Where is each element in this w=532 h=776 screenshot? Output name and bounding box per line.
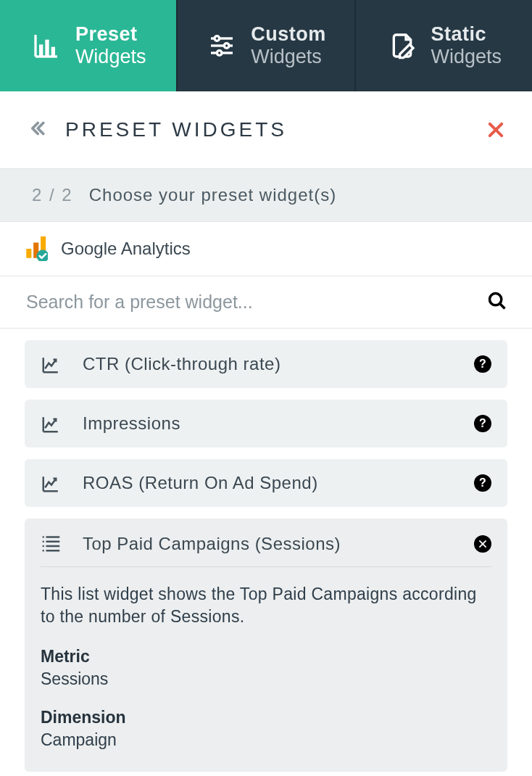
svg-line-16 [500,304,505,309]
step-bar: 2 / 2 Choose your preset widget(s) [0,168,532,222]
svg-rect-2 [51,47,55,57]
step-counter: 2 / 2 [32,185,73,205]
svg-point-22 [43,541,45,543]
widget-type-tabs: Preset Widgets Custom Widgets Static Wid… [0,0,532,91]
panel-header: PRESET WIDGETS [0,91,532,168]
tab-subtitle: Widgets [75,46,146,68]
dimension-label: Dimension [41,708,491,727]
line-chart-icon [41,413,62,434]
collapse-icon[interactable] [474,535,491,553]
svg-point-6 [215,36,220,41]
svg-point-24 [43,550,45,552]
google-analytics-icon [23,236,48,261]
tab-static-widgets[interactable]: Static Widgets [356,0,532,91]
svg-point-15 [490,294,502,305]
svg-rect-0 [39,44,43,57]
widget-name: ROAS (Return On Ad Spend) [83,473,454,493]
doc-pencil-icon [386,30,418,62]
widget-item-impressions[interactable]: Impressions ? [25,400,507,447]
widget-name: CTR (Click-through rate) [83,354,454,374]
svg-point-8 [217,51,223,56]
svg-point-23 [43,545,45,548]
widget-item-header[interactable]: Top Paid Campaigns (Sessions) [41,532,491,567]
svg-rect-1 [45,40,49,57]
close-icon[interactable] [486,120,506,140]
widget-metric: Metric Sessions [41,647,491,689]
widget-item-roas[interactable]: ROAS (Return On Ad Spend) ? [25,459,507,507]
metric-label: Metric [41,647,491,666]
tab-preset-widgets[interactable]: Preset Widgets [0,0,176,91]
widget-description: This list widget shows the Top Paid Camp… [41,583,491,628]
widget-item-ctr[interactable]: CTR (Click-through rate) ? [25,340,507,388]
metric-value: Sessions [41,669,491,689]
back-chevron-icon[interactable] [26,117,48,142]
search-icon [487,302,507,313]
search-input[interactable] [26,292,483,313]
sliders-icon [206,30,238,62]
data-source-row[interactable]: Google Analytics [0,222,532,276]
svg-rect-11 [26,249,31,258]
dimension-value: Campaign [41,730,491,750]
panel-title: PRESET WIDGETS [65,118,486,141]
data-source-name: Google Analytics [61,239,191,259]
widget-name: Top Paid Campaigns (Sessions) [83,534,454,554]
tab-custom-widgets[interactable]: Custom Widgets [178,0,354,91]
svg-point-21 [43,536,45,538]
bar-chart-icon [30,30,62,62]
preset-widget-list: CTR (Click-through rate) ? Impressions ?… [0,329,532,772]
tab-subtitle: Widgets [251,46,326,68]
widget-item-top-paid-campaigns-expanded: Top Paid Campaigns (Sessions) This list … [25,519,507,772]
svg-point-7 [225,44,230,49]
line-chart-icon [41,472,62,494]
widget-name: Impressions [83,413,454,434]
search-row [0,276,532,329]
search-button[interactable] [483,286,512,318]
tab-title: Preset [75,23,146,46]
tab-title: Custom [251,23,326,46]
help-icon[interactable]: ? [474,474,491,492]
line-chart-icon [41,353,62,375]
tab-title: Static [431,23,502,46]
step-description: Choose your preset widget(s) [89,185,336,205]
list-icon [41,532,62,556]
tab-subtitle: Widgets [431,46,502,68]
help-icon[interactable]: ? [474,355,491,373]
widget-panel: { "tabs": [ { "title": "Preset", "subtit… [0,0,532,776]
widget-dimension: Dimension Campaign [41,708,491,750]
help-icon[interactable]: ? [474,415,491,432]
